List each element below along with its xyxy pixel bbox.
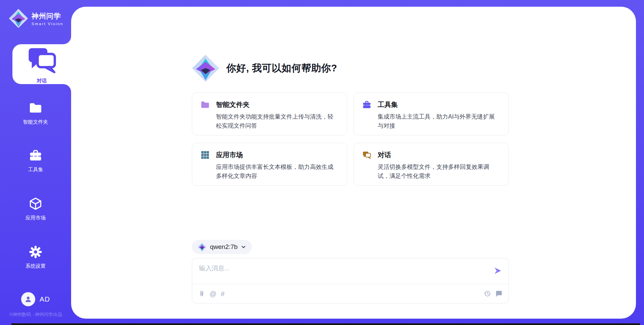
gem-logo-icon <box>192 55 219 82</box>
chat-icon <box>0 44 92 75</box>
user-account[interactable]: AD <box>0 292 71 306</box>
sidebar-item-label: 智能文件夹 <box>0 119 71 125</box>
briefcase-icon <box>362 100 371 109</box>
comment-icon[interactable] <box>495 290 502 297</box>
sidebar-item-smart-folder[interactable]: 智能文件夹 <box>0 101 71 125</box>
card-title: 工具集 <box>378 100 398 109</box>
sidebar-item-settings[interactable]: 系统设置 <box>0 245 71 269</box>
bottom-edge-bar <box>11 323 640 325</box>
card-description: 智能文件夹功能支持批量文件上传与清洗，轻松实现文件问答 <box>216 112 339 130</box>
greeting: 你好, 我可以如何帮助你? <box>192 55 337 82</box>
paperclip-icon[interactable] <box>198 290 205 297</box>
message-composer: @ # <box>192 258 509 304</box>
avatar <box>21 292 35 306</box>
feature-card-toolset[interactable]: 工具集 集成市场上主流工具，助力AI与外界无缝扩展与对接 <box>354 92 509 135</box>
sidebar-item-label: 工具集 <box>0 167 71 173</box>
folder-icon <box>29 101 42 115</box>
sidebar-item-toolset[interactable]: 工具集 <box>0 149 71 173</box>
send-icon[interactable] <box>493 266 502 275</box>
card-description: 应用市场提供丰富长文本模板，助力高效生成多样化文章内容 <box>216 162 339 181</box>
model-selector[interactable]: qwen2:7b <box>192 240 252 254</box>
gem-logo-icon <box>9 9 28 28</box>
card-title: 智能文件夹 <box>216 100 250 109</box>
feature-card-app-market[interactable]: 应用市场 应用市场提供丰富长文本模板，助力高效生成多样化文章内容 <box>192 143 347 186</box>
grid-icon <box>201 150 210 159</box>
active-tab-fillet-bottom <box>63 84 71 92</box>
card-title: 应用市场 <box>216 150 243 159</box>
card-title: 对话 <box>378 150 391 159</box>
greeting-text: 你好, 我可以如何帮助你? <box>226 62 337 75</box>
message-input[interactable] <box>192 258 481 283</box>
gem-logo-icon <box>198 243 207 252</box>
user-initials: AD <box>40 295 50 303</box>
person-icon <box>24 295 33 304</box>
chat-icon <box>362 150 371 159</box>
card-description: 集成市场上主流工具，助力AI与外界无缝扩展与对接 <box>378 112 500 130</box>
main-panel: 你好, 我可以如何帮助你? 智能文件夹 智能文件夹功能支持批量文件上传与清洗，轻… <box>71 7 636 319</box>
app-window: 神州问学 Smart Vision 对话 智能文件夹 工具集 应用市场 系统设置… <box>0 0 644 325</box>
card-description: 灵活切换多模型文件，支持多样回复效果调试，满足个性化需求 <box>378 162 500 181</box>
chevron-down-icon <box>241 244 246 250</box>
hash-icon[interactable]: # <box>221 290 224 297</box>
app-subtitle: Smart Vision <box>32 22 63 26</box>
composer-toolbar: @ # <box>192 284 508 303</box>
history-icon[interactable] <box>484 290 491 297</box>
at-icon[interactable]: @ <box>210 290 216 297</box>
model-name: qwen2:7b <box>210 243 237 251</box>
app-logo: 神州问学 Smart Vision <box>9 9 63 28</box>
copyright-footer: ©神州数码 · 神州问学出品 <box>9 312 76 318</box>
gear-icon <box>29 245 42 259</box>
folder-icon <box>201 100 210 109</box>
briefcase-icon <box>29 149 42 162</box>
sidebar-item-label: 系统设置 <box>0 263 71 269</box>
sidebar-item-chat[interactable]: 对话 <box>12 44 71 84</box>
cube-icon <box>29 197 42 210</box>
app-name: 神州问学 <box>32 11 63 21</box>
feature-card-chat[interactable]: 对话 灵活切换多模型文件，支持多样回复效果调试，满足个性化需求 <box>354 143 509 186</box>
active-tab-fillet-top <box>63 36 71 44</box>
sidebar-item-app-market[interactable]: 应用市场 <box>0 197 71 221</box>
feature-card-smart-folder[interactable]: 智能文件夹 智能文件夹功能支持批量文件上传与清洗，轻松实现文件问答 <box>192 92 347 135</box>
sidebar-item-label: 应用市场 <box>0 215 71 221</box>
sidebar-item-label: 对话 <box>37 78 47 84</box>
feature-cards: 智能文件夹 智能文件夹功能支持批量文件上传与清洗，轻松实现文件问答 工具集 集成… <box>192 92 509 186</box>
